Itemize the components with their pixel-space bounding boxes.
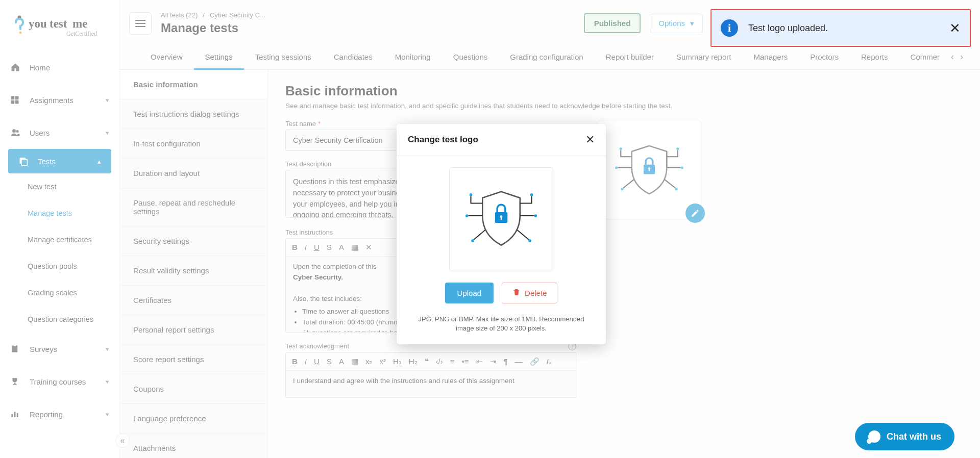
font-color-icon[interactable]: A [339,357,344,366]
tab-scroll-left[interactable]: ‹ [951,52,954,62]
sidebar-item-home[interactable]: Home [0,51,119,84]
svg-point-37 [534,214,537,217]
sidebar-item-tests[interactable]: Tests ▴ [8,149,111,173]
tab-report-builder[interactable]: Report builder [595,44,665,69]
ol-icon[interactable]: ≡ [450,357,455,366]
settings-item-pause[interactable]: Pause, repeat and reschedule settings [120,188,267,226]
chat-button[interactable]: Chat with us [855,423,954,450]
sidebar-sub-managetests[interactable]: Manage tests [17,200,119,226]
tab-proctors[interactable]: Proctors [799,44,850,69]
settings-item-language[interactable]: Language preference [120,404,267,434]
settings-item-security[interactable]: Security settings [120,226,267,256]
sidebar-item-reporting[interactable]: Reporting ▾ [0,398,119,430]
sidebar-item-surveys[interactable]: Surveys ▾ [0,333,119,365]
clear-format-icon[interactable]: ✕ [365,243,372,252]
info-icon: i [721,19,738,37]
upload-button[interactable]: Upload [445,283,494,303]
settings-item-personal-report[interactable]: Personal report settings [120,315,267,345]
tab-monitoring[interactable]: Monitoring [384,44,442,69]
svg-point-1 [19,32,22,34]
tab-reports[interactable]: Reports [850,44,899,69]
shield-icon [614,139,685,200]
highlight-icon[interactable]: ▦ [351,243,358,252]
strike-icon[interactable]: S [327,243,332,252]
link-icon[interactable]: 🔗 [530,357,540,366]
tab-scroll: ‹ › [951,52,963,62]
svg-text:you: you [29,17,47,30]
sidebar-item-label: Home [30,63,109,72]
clear-icon[interactable]: Iₓ [547,357,552,366]
svg-point-35 [471,239,474,242]
paragraph-icon[interactable]: ¶ [504,357,508,366]
svg-point-38 [528,239,531,242]
settings-item-attachments[interactable]: Attachments [120,434,267,458]
sidebar-submenu-tests: New test Manage tests Manage certificate… [0,173,119,333]
sidebar-item-users[interactable]: Users ▾ [0,116,119,149]
tab-managers[interactable]: Managers [742,44,799,69]
settings-item-duration[interactable]: Duration and layout [120,159,267,188]
italic-icon[interactable]: I [305,243,307,252]
indent-icon[interactable]: ⇥ [490,357,497,366]
settings-item-score-report[interactable]: Score report settings [120,345,267,374]
sidebar-item-training[interactable]: Training courses ▾ [0,365,119,398]
h2-icon[interactable]: H₂ [409,357,418,366]
settings-item-intest[interactable]: In-test configuration [120,129,267,159]
rte-toolbar-2: B I U S A ▦ x₂ x² H₁ H₂ ❝ [286,353,576,371]
settings-item-coupons[interactable]: Coupons [120,374,267,404]
sidebar-sub-newtest[interactable]: New test [17,173,119,200]
toast-close-button[interactable]: ✕ [949,20,961,36]
rte-ack-content[interactable]: I understand and agree with the instruct… [286,371,576,397]
tab-questions[interactable]: Questions [442,44,499,69]
delete-button[interactable]: Delete [502,283,557,303]
brand-logo: you test me GetCertified [0,5,119,51]
tab-commer[interactable]: Commer [899,44,951,69]
tab-testing-sessions[interactable]: Testing sessions [244,44,323,69]
tab-grading[interactable]: Grading configuration [499,44,594,69]
outdent-icon[interactable]: ⇤ [476,357,483,366]
svg-rect-32 [501,217,502,220]
quote-icon[interactable]: ❝ [425,357,429,366]
sidebar-sub-qpools[interactable]: Question pools [17,253,119,279]
svg-text:me: me [72,17,87,30]
strike-icon[interactable]: S [327,357,332,366]
settings-item-certificates[interactable]: Certificates [120,286,267,315]
tab-settings[interactable]: Settings [194,44,244,69]
status-badge: Published [584,13,641,33]
section-subtitle: See and manage basic test information, a… [285,102,965,110]
h1-icon[interactable]: H₁ [393,357,402,366]
highlight-icon[interactable]: ▦ [351,357,358,366]
tab-candidates[interactable]: Candidates [323,44,384,69]
superscript-icon[interactable]: x² [379,357,386,366]
chevron-down-icon: ▾ [106,96,109,104]
menu-button[interactable] [129,12,152,35]
tab-scroll-right[interactable]: › [960,52,963,62]
ul-icon[interactable]: •≡ [462,357,469,366]
modal-close-button[interactable]: ✕ [585,133,595,146]
hr-icon[interactable]: — [515,357,523,366]
underline-icon[interactable]: U [314,243,320,252]
breadcrumb-root[interactable]: All tests (22) [161,11,198,19]
bold-icon[interactable]: B [292,243,298,252]
svg-text:test: test [50,17,67,30]
edit-logo-button[interactable] [685,203,705,223]
code-icon[interactable]: ‹/› [436,357,443,366]
options-button[interactable]: Options ▾ [650,14,703,33]
italic-icon[interactable]: I [305,357,307,366]
sidebar-sub-qcats[interactable]: Question categories [17,306,119,333]
collapse-sidebar-button[interactable]: « [115,434,130,448]
tab-overview[interactable]: Overview [139,44,194,69]
sidebar-sub-managecerts[interactable]: Manage certificates [17,226,119,253]
subscript-icon[interactable]: x₂ [365,357,373,366]
svg-point-10 [12,129,16,133]
chart-icon [10,410,21,419]
settings-item-instructions[interactable]: Test instructions dialog settings [120,99,267,129]
svg-point-24 [619,147,622,150]
underline-icon[interactable]: U [314,357,320,366]
sidebar-sub-gscales[interactable]: Grading scales [17,279,119,306]
settings-item-validity[interactable]: Result validity settings [120,256,267,286]
settings-item-basic[interactable]: Basic information [120,70,267,99]
tab-summary-report[interactable]: Summary report [665,44,743,69]
font-color-icon[interactable]: A [339,243,344,252]
sidebar-item-assignments[interactable]: Assignments ▾ [0,84,119,116]
bold-icon[interactable]: B [292,357,298,366]
